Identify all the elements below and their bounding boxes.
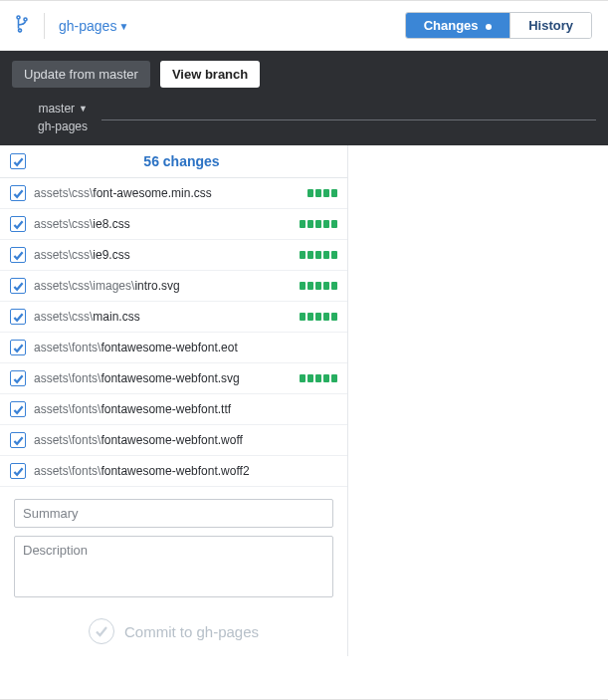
file-row[interactable]: assets\fonts\fontawesome-webfont.woff2 (0, 456, 347, 487)
app-window: gh-pages ▼ Changes History Update from m… (0, 0, 608, 700)
branch-name: gh-pages (59, 18, 116, 34)
file-row[interactable]: assets\css\images\intro.svg (0, 271, 347, 302)
view-toggle: Changes History (405, 12, 592, 39)
file-path: assets\fonts\fontawesome-webfont.eot (34, 341, 329, 354)
changes-indicator-dot (486, 24, 492, 30)
tab-changes-label: Changes (424, 18, 479, 33)
file-path: assets\fonts\fontawesome-webfont.woff2 (34, 464, 329, 478)
tab-history[interactable]: History (509, 13, 591, 38)
file-row[interactable]: assets\fonts\fontawesome-webfont.ttf (0, 394, 347, 425)
file-path: assets\fonts\fontawesome-webfont.svg (34, 371, 292, 385)
view-branch-button[interactable]: View branch (160, 61, 260, 88)
file-checkbox[interactable] (10, 340, 26, 355)
file-path: assets\fonts\fontawesome-webfont.ttf (34, 402, 329, 416)
changes-count: 56 changes (26, 153, 337, 169)
file-checkbox[interactable] (10, 370, 26, 386)
changes-header: 56 changes (0, 145, 347, 178)
update-from-master-button[interactable]: Update from master (12, 61, 150, 88)
check-circle-icon (89, 618, 114, 644)
diff-indicator (300, 251, 337, 259)
changes-panel: 56 changes assets\css\font-awesome.min.c… (0, 145, 348, 656)
caret-down-icon: ▼ (118, 21, 128, 32)
file-row[interactable]: assets\css\font-awesome.min.css (0, 178, 347, 209)
timeline-line (101, 119, 596, 120)
compare-head-label: gh-pages (12, 119, 88, 133)
tab-changes[interactable]: Changes (406, 13, 510, 38)
file-checkbox[interactable] (10, 432, 26, 448)
file-checkbox[interactable] (10, 401, 26, 417)
diff-indicator (300, 313, 337, 321)
file-path: assets\css\ie8.css (34, 217, 292, 231)
main-panel: 56 changes assets\css\font-awesome.min.c… (0, 145, 608, 656)
file-list: assets\css\font-awesome.min.cssassets\cs… (0, 178, 347, 487)
file-row[interactable]: assets\fonts\fontawesome-webfont.svg (0, 363, 347, 394)
diff-indicator (307, 189, 337, 197)
file-row[interactable]: assets\fonts\fontawesome-webfont.woff (0, 425, 347, 456)
file-row[interactable]: assets\css\ie9.css (0, 240, 347, 271)
caret-down-icon: ▼ (79, 104, 88, 114)
file-checkbox[interactable] (10, 309, 26, 325)
diff-indicator (300, 374, 337, 382)
diff-indicator (300, 220, 337, 228)
commit-button[interactable]: Commit to gh-pages (14, 618, 333, 644)
file-row[interactable]: assets\css\main.css (0, 302, 347, 333)
diff-indicator (300, 282, 337, 290)
file-row[interactable]: assets\css\ie8.css (0, 209, 347, 240)
branch-icon (16, 15, 30, 36)
branch-compare: master ▼ gh-pages (12, 102, 88, 133)
summary-input[interactable] (14, 499, 333, 528)
file-checkbox[interactable] (10, 278, 26, 294)
file-checkbox[interactable] (10, 247, 26, 263)
commit-button-label: Commit to gh-pages (124, 623, 259, 640)
file-path: assets\css\ie9.css (34, 248, 292, 262)
commit-form: Commit to gh-pages (0, 487, 347, 656)
compare-base-label: master (38, 102, 75, 116)
file-checkbox[interactable] (10, 216, 26, 232)
file-path: assets\css\main.css (34, 310, 292, 324)
file-checkbox[interactable] (10, 185, 26, 201)
divider (44, 13, 45, 39)
file-row[interactable]: assets\fonts\fontawesome-webfont.eot (0, 333, 347, 363)
file-path: assets\css\images\intro.svg (34, 279, 292, 293)
description-input[interactable] (14, 536, 333, 597)
branch-selector[interactable]: gh-pages ▼ (59, 18, 128, 34)
branch-toolbar: Update from master View branch master ▼ … (0, 51, 608, 145)
topbar: gh-pages ▼ Changes History (0, 1, 608, 51)
file-path: assets\css\font-awesome.min.css (34, 186, 300, 200)
file-checkbox[interactable] (10, 463, 26, 479)
select-all-checkbox[interactable] (10, 153, 26, 169)
file-path: assets\fonts\fontawesome-webfont.woff (34, 433, 329, 447)
